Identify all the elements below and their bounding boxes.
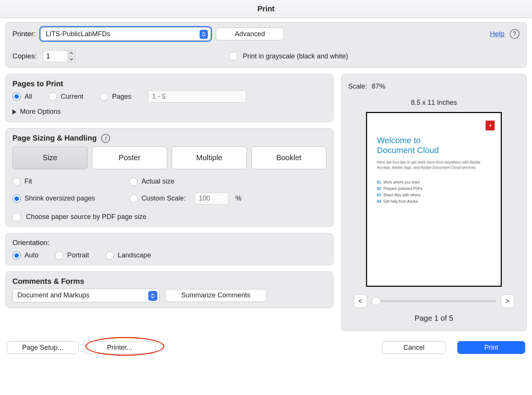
page-indicator: Page 1 of 5 (348, 314, 520, 323)
radio-icon (49, 92, 57, 101)
orientation-landscape-label: Landscape (118, 251, 151, 259)
preview-list-item: 04Get help from Adobe (377, 199, 491, 204)
preview-list-item: 03Share files with others (377, 193, 491, 197)
page-sizing-title: Page Sizing & Handling (12, 134, 97, 142)
shrink-option[interactable]: Shrink oversized pages (12, 194, 107, 203)
prev-page-button[interactable]: < (354, 294, 367, 308)
chevron-updown-icon (148, 291, 157, 301)
radio-icon (129, 194, 138, 203)
next-page-button[interactable]: > (501, 294, 514, 308)
orientation-portrait-label: Portrait (67, 251, 89, 259)
dialog-title: Print (0, 0, 532, 18)
pages-all-label: All (25, 93, 32, 101)
printer-select[interactable]: LITS-PublicLabMFDs (41, 28, 211, 40)
chevron-down-icon[interactable] (68, 57, 75, 62)
cancel-button[interactable]: Cancel (382, 341, 446, 354)
preview-panel: Scale: 87% 8.5 x 11 Inches ✦ Welcome to … (341, 74, 527, 331)
printer-label: Printer: (12, 30, 35, 38)
orientation-title: Orientation: (12, 239, 326, 247)
seg-multiple[interactable]: Multiple (172, 147, 247, 169)
more-options-label: More Options (20, 108, 61, 116)
custom-scale-input[interactable] (195, 193, 229, 205)
radio-icon (12, 251, 21, 260)
scale-value: 87% (372, 83, 385, 90)
scale-label: Scale: (348, 83, 367, 90)
page-setup-button[interactable]: Page Setup... (7, 341, 78, 354)
copies-input[interactable] (43, 50, 68, 62)
copies-label: Copies: (12, 52, 37, 60)
actual-size-label: Actual size (141, 178, 174, 185)
adobe-logo-icon: ✦ (486, 121, 495, 130)
info-icon[interactable]: i (101, 134, 110, 143)
triangle-right-icon (12, 109, 16, 115)
custom-scale-unit: % (235, 194, 241, 202)
pages-all-option[interactable]: All (12, 92, 32, 101)
fit-option[interactable]: Fit (12, 178, 107, 186)
comments-title: Comments & Forms (12, 277, 326, 286)
grayscale-label: Print in grayscale (black and white) (243, 52, 348, 60)
custom-scale-label: Custom Scale: (141, 194, 186, 202)
printer-button[interactable]: Printer... (84, 341, 155, 354)
fit-label: Fit (25, 178, 32, 185)
seg-booklet[interactable]: Booklet (251, 147, 326, 169)
chevron-up-icon[interactable] (68, 51, 75, 57)
radio-icon (12, 178, 21, 186)
pages-to-print-panel: Pages to Print All Current Pages (5, 74, 334, 122)
comments-forms-panel: Comments & Forms Document and Markups Su… (5, 271, 334, 308)
preview-doc-title-line1: Welcome to (377, 136, 421, 145)
pages-range-input[interactable] (148, 90, 246, 103)
more-options-disclosure[interactable]: More Options (12, 108, 61, 116)
preview-list-item: 01Work where you want (377, 180, 491, 184)
paper-source-label: Choose paper source by PDF page size (26, 213, 146, 221)
printer-settings-panel: Printer: LITS-PublicLabMFDs Advanced Hel… (5, 22, 527, 68)
comments-select-value: Document and Markups (17, 291, 89, 299)
radio-icon (55, 251, 63, 260)
print-button[interactable]: Print (457, 341, 525, 354)
radio-icon (12, 92, 21, 101)
copies-stepper[interactable] (43, 50, 75, 62)
pages-current-label: Current (61, 93, 83, 101)
orientation-auto[interactable]: Auto (12, 251, 38, 260)
orientation-auto-label: Auto (25, 251, 38, 259)
pages-range-option[interactable]: Pages (100, 92, 131, 101)
slider-thumb[interactable] (372, 297, 381, 306)
radio-icon (100, 92, 108, 101)
seg-poster[interactable]: Poster (92, 147, 167, 169)
pages-range-label: Pages (112, 93, 131, 101)
preview-list-item: 02Prepare polished PDFs (377, 187, 491, 191)
pages-to-print-title: Pages to Print (12, 80, 326, 88)
pages-current-option[interactable]: Current (49, 92, 83, 101)
page-preview: ✦ Welcome to Document Cloud Here are fou… (366, 112, 502, 287)
help-icon[interactable]: ? (510, 29, 520, 39)
zoom-slider[interactable] (372, 300, 496, 302)
orientation-landscape[interactable]: Landscape (106, 251, 151, 260)
radio-icon (106, 251, 114, 260)
radio-icon (12, 194, 21, 203)
seg-size[interactable]: Size (12, 147, 88, 169)
help-link[interactable]: Help (490, 30, 504, 38)
radio-icon (129, 178, 138, 186)
summarize-comments-button[interactable]: Summarize Comments (165, 289, 267, 302)
advanced-button[interactable]: Advanced (216, 28, 284, 40)
orientation-panel: Orientation: Auto Portrait Landscape (5, 233, 334, 265)
shrink-label: Shrink oversized pages (25, 194, 95, 202)
paper-source-checkbox[interactable] (12, 213, 21, 221)
custom-scale-option[interactable]: Custom Scale: % (129, 193, 241, 205)
comments-select[interactable]: Document and Markups (12, 289, 160, 302)
page-sizing-panel: Page Sizing & Handling i Size Poster Mul… (5, 128, 334, 227)
grayscale-checkbox[interactable] (229, 52, 237, 60)
actual-size-option[interactable]: Actual size (129, 178, 174, 186)
paper-size-label: 8.5 x 11 Inches (348, 99, 520, 107)
printer-select-value: LITS-PublicLabMFDs (46, 30, 110, 38)
preview-doc-title-line2: Document Cloud (377, 145, 439, 155)
orientation-portrait[interactable]: Portrait (55, 251, 89, 260)
preview-doc-subtitle: Here are four tips to get work done from… (377, 160, 491, 170)
chevron-updown-icon (200, 30, 208, 39)
